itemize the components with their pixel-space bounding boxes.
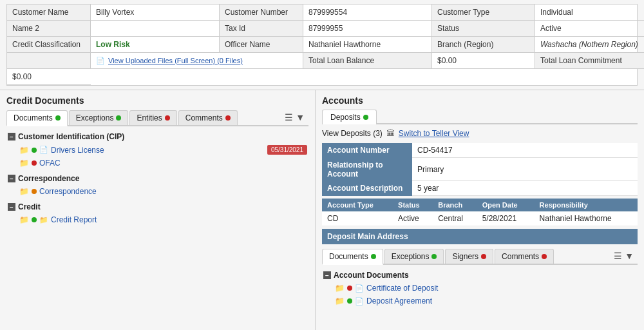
entities-dot bbox=[165, 115, 170, 121]
loan-value: $0.00 bbox=[432, 53, 535, 69]
account-tab-exceptions[interactable]: Exceptions bbox=[384, 249, 444, 264]
correspondence-dot bbox=[32, 189, 37, 194]
folder-icon-4: 📁 bbox=[19, 215, 29, 224]
correspondence-label[interactable]: Correspondence bbox=[39, 187, 97, 196]
customer-number-value: 879999554 bbox=[303, 5, 432, 21]
doc-icon-4: 📄 bbox=[355, 297, 364, 306]
account-number-value: CD-54417 bbox=[412, 143, 638, 158]
customer-number-label: Customer Number bbox=[220, 5, 303, 21]
file-link-text[interactable]: View Uploaded Files (Full Screen) (0 Fil… bbox=[108, 57, 243, 64]
account-responsibility-value: Nathaniel Hawthorne bbox=[535, 211, 638, 226]
account-open-date-value: 5/28/2021 bbox=[477, 211, 535, 226]
drivers-dot bbox=[32, 148, 37, 153]
taxid-value: 87999955 bbox=[303, 21, 432, 37]
docs-menu-icon[interactable]: ☰ ▼ bbox=[281, 110, 308, 125]
account-signers-dot bbox=[481, 254, 486, 259]
deposit-agreement-item: 📁 📄 Deposit Agreement bbox=[322, 295, 638, 307]
correspondence-item: 📁 Correspondence bbox=[6, 185, 308, 198]
account-desc-value: 5 year bbox=[412, 181, 638, 196]
credit-report-item: 📁 📁 Credit Report bbox=[6, 213, 308, 226]
credit-collapse-icon[interactable]: − bbox=[8, 203, 15, 211]
folder-icon-5: 📁 bbox=[335, 284, 345, 293]
file-icon: 📄 bbox=[96, 57, 105, 65]
account-desc-label: Account Description bbox=[322, 181, 412, 196]
credit-group-label: Credit bbox=[18, 202, 41, 211]
account-documents-label: Documents bbox=[329, 252, 368, 261]
customer-name-label: Customer Name bbox=[7, 5, 91, 21]
account-tab-documents[interactable]: Documents bbox=[322, 249, 383, 265]
folder-icon-3: 📁 bbox=[19, 187, 29, 196]
name2-label: Name 2 bbox=[7, 21, 91, 37]
file-upload-link[interactable]: 📄 View Uploaded Files (Full Screen) (0 F… bbox=[91, 53, 303, 69]
col-branch: Branch bbox=[433, 199, 477, 211]
folder-icon-1: 📁 bbox=[19, 146, 29, 155]
tab-entities[interactable]: Entities bbox=[129, 110, 176, 125]
correspondence-header[interactable]: − Correspondence bbox=[6, 172, 308, 185]
folder-icon-2: 📁 bbox=[19, 159, 29, 168]
spacer-label bbox=[7, 53, 91, 69]
account-tab-signers[interactable]: Signers bbox=[445, 249, 493, 264]
col-account-type: Account Type bbox=[322, 199, 393, 211]
account-menu-icon[interactable]: ☰ ▼ bbox=[610, 248, 638, 264]
credit-label: Credit Classification bbox=[7, 37, 91, 53]
cip-collapse-icon[interactable]: − bbox=[8, 133, 15, 141]
account-tab-comments[interactable]: Comments bbox=[495, 249, 554, 264]
customer-info-section: Customer Name Billy Vortex Customer Numb… bbox=[0, 0, 644, 90]
drivers-date-badge: 05/31/2021 bbox=[267, 145, 307, 155]
account-type-header-row: Account Type Status Branch Open Date Res… bbox=[322, 199, 638, 211]
correspondence-collapse-icon[interactable]: − bbox=[8, 175, 15, 182]
deposits-tab[interactable]: Deposits bbox=[322, 110, 377, 124]
deposits-tab-bar: Deposits bbox=[322, 110, 638, 124]
ofac-dot bbox=[32, 160, 37, 166]
doc-icon-2: 📁 bbox=[39, 216, 48, 224]
doc-icon-1: 📄 bbox=[39, 146, 48, 154]
correspondence-group-label: Correspondence bbox=[18, 174, 79, 183]
account-docs-collapse-icon[interactable]: − bbox=[323, 271, 331, 279]
deposit-agreement-label[interactable]: Deposit Agreement bbox=[366, 296, 432, 306]
account-comments-dot bbox=[542, 254, 547, 259]
account-number-row: Account Number CD-54417 bbox=[322, 143, 638, 158]
view-deposits-text: View Deposits (3) bbox=[322, 129, 383, 138]
account-docs-header[interactable]: − Account Documents bbox=[322, 269, 638, 282]
tab-comments[interactable]: Comments bbox=[178, 110, 238, 125]
account-info-table: Account Number CD-54417 Relationship to … bbox=[322, 143, 638, 196]
switch-teller-link[interactable]: Switch to Teller View bbox=[399, 129, 469, 138]
tree-group-credit: − Credit 📁 📁 Credit Report bbox=[6, 200, 308, 226]
exceptions-label: Exceptions bbox=[76, 113, 114, 122]
credit-report-label[interactable]: Credit Report bbox=[51, 215, 97, 224]
tree-group-correspondence: − Correspondence 📁 Correspondence bbox=[6, 172, 308, 198]
account-documents-dot bbox=[371, 254, 376, 259]
customer-type-value: Individual bbox=[535, 5, 644, 21]
main-content: Credit Documents Documents Exceptions En… bbox=[0, 90, 644, 330]
credit-docs-tabs: Documents Exceptions Entities Comments ☰… bbox=[6, 110, 308, 126]
doc-icon-3: 📄 bbox=[355, 284, 364, 293]
tab-documents[interactable]: Documents bbox=[6, 110, 68, 126]
teller-icon: 🏛 bbox=[386, 128, 395, 138]
account-docs-title: Account Documents bbox=[334, 271, 409, 280]
customer-name-value: Billy Vortex bbox=[91, 5, 220, 21]
credit-value: Low Risk bbox=[91, 37, 220, 53]
certificate-label[interactable]: Certificate of Deposit bbox=[366, 284, 438, 293]
accounts-panel: Accounts Deposits View Deposits (3) 🏛 Sw… bbox=[316, 90, 644, 330]
deposit-agreement-dot bbox=[347, 298, 352, 304]
account-branch-value: Central bbox=[433, 211, 477, 226]
deposits-tab-label: Deposits bbox=[330, 113, 361, 122]
drivers-license-label[interactable]: Drivers License bbox=[51, 146, 104, 155]
drivers-license-item: 📁 📄 Drivers License 05/31/2021 bbox=[6, 143, 308, 157]
branch-label: Branch (Region) bbox=[432, 37, 535, 53]
col-status: Status bbox=[393, 199, 433, 211]
relationship-value: Primary bbox=[412, 158, 638, 181]
credit-header[interactable]: − Credit bbox=[6, 200, 308, 213]
tab-exceptions[interactable]: Exceptions bbox=[69, 110, 129, 125]
account-status-value: Active bbox=[393, 211, 433, 226]
col-responsibility: Responsibility bbox=[535, 199, 638, 211]
entities-label: Entities bbox=[137, 113, 162, 122]
customer-type-label: Customer Type bbox=[432, 5, 535, 21]
documents-label: Documents bbox=[14, 113, 53, 122]
ofac-label[interactable]: OFAC bbox=[39, 159, 61, 168]
account-type-data-row: CD Active Central 5/28/2021 Nathaniel Ha… bbox=[322, 211, 638, 226]
documents-dot bbox=[55, 115, 61, 121]
cip-header[interactable]: − Customer Identification (CIP) bbox=[6, 130, 308, 143]
account-comments-label: Comments bbox=[502, 252, 539, 261]
account-exceptions-dot bbox=[431, 254, 437, 259]
